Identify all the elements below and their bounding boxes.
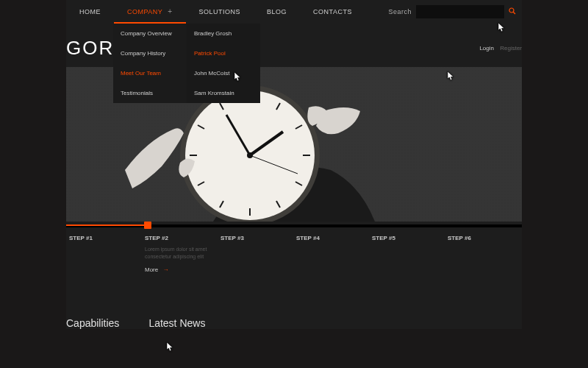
cursor-icon	[164, 342, 174, 356]
more-label: More	[145, 266, 158, 273]
dropdown-item-testimonials[interactable]: Testimonials	[113, 83, 187, 103]
dropdown-item-team[interactable]: Meet Our Team	[113, 63, 187, 83]
nav-solutions[interactable]: SOLUTIONS	[186, 0, 254, 24]
step-1[interactable]: STEP #1	[66, 235, 142, 308]
step-title: STEP #2	[145, 235, 215, 241]
step-more-link[interactable]: More →	[145, 266, 215, 273]
search-icon[interactable]	[509, 7, 516, 16]
heading-latest-news: Latest News	[148, 317, 205, 329]
step-title: STEP #3	[220, 235, 290, 241]
bottom-section: Capabilities Latest News	[66, 308, 522, 329]
step-5[interactable]: STEP #5	[369, 235, 445, 308]
step-title: STEP #5	[372, 235, 442, 241]
nav-home[interactable]: HOME	[66, 0, 114, 24]
svg-point-0	[509, 8, 514, 13]
top-nav: HOME COMPANY + SOLUTIONS BLOG CONTACTS S…	[66, 0, 522, 24]
team-item-bradley[interactable]: Bradley Grosh	[187, 24, 260, 43]
step-3[interactable]: STEP #3	[218, 235, 293, 308]
register-link[interactable]: Register	[500, 45, 522, 52]
step-2[interactable]: STEP #2 Lorem ipsum dolor sit amet conse…	[142, 235, 218, 308]
arrow-right-icon: →	[162, 266, 168, 273]
team-item-john[interactable]: John McCoist	[187, 63, 260, 83]
step-body: Lorem ipsum dolor sit amet consectetur a…	[145, 246, 215, 261]
nav-contacts[interactable]: CONTACTS	[300, 0, 365, 24]
steps-row: STEP #1 STEP #2 Lorem ipsum dolor sit am…	[66, 227, 522, 308]
step-title: STEP #4	[296, 235, 366, 241]
login-link[interactable]: Login	[479, 45, 494, 52]
plus-icon: +	[168, 7, 172, 15]
search: Search	[388, 5, 522, 18]
dropdown-item-overview[interactable]: Company Overview	[113, 24, 187, 43]
team-dropdown: Bradley Grosh Patrick Pool John McCoist …	[187, 24, 260, 103]
team-item-sam[interactable]: Sam Kromstain	[187, 83, 260, 103]
search-label: Search	[388, 8, 412, 15]
svg-line-1	[513, 12, 515, 14]
team-item-patrick[interactable]: Patrick Pool	[187, 43, 260, 63]
nav-company[interactable]: COMPANY +	[114, 0, 186, 24]
heading-capabilities: Capabilities	[66, 317, 119, 329]
auth-links: Login Register	[479, 45, 522, 52]
step-6[interactable]: STEP #6	[445, 235, 520, 308]
svg-point-23	[247, 152, 253, 158]
brand-logo[interactable]: GOR	[66, 37, 114, 60]
step-4[interactable]: STEP #4	[293, 235, 369, 308]
step-handle[interactable]	[144, 222, 151, 229]
step-title: STEP #1	[69, 235, 139, 241]
company-dropdown: Company Overview Company History Meet Ou…	[113, 24, 187, 103]
dropdown-item-history[interactable]: Company History	[113, 43, 187, 63]
step-progress	[66, 224, 147, 226]
search-input[interactable]	[416, 5, 504, 18]
nav-company-label: COMPANY	[127, 8, 162, 15]
nav-blog[interactable]: BLOG	[254, 0, 300, 24]
step-track[interactable]	[66, 224, 522, 227]
step-title: STEP #6	[448, 235, 517, 241]
